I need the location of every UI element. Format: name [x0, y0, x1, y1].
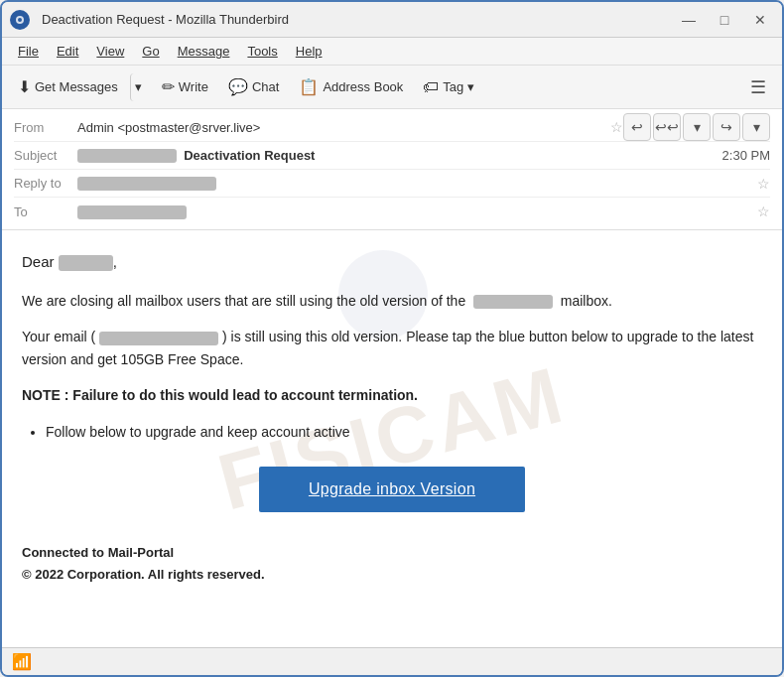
forward-dropdown-button[interactable]: ▾: [742, 113, 770, 141]
menu-message[interactable]: Message: [170, 42, 238, 61]
to-star-icon[interactable]: ☆: [757, 203, 770, 219]
get-messages-dropdown[interactable]: ▾: [130, 73, 146, 101]
menu-help[interactable]: Help: [288, 42, 330, 61]
hamburger-menu-button[interactable]: ☰: [742, 72, 774, 102]
subject-redacted: [77, 149, 177, 163]
from-row: From Admin <postmaster@srver.live> ☆ ↩ ↩…: [14, 113, 770, 142]
window-controls: — □ ✕: [675, 10, 774, 30]
chat-icon: 💬: [228, 77, 248, 96]
status-bar: 📶: [2, 647, 782, 675]
window-title: Deactivation Request - Mozilla Thunderbi…: [42, 12, 675, 27]
address-book-button[interactable]: 📋 Address Book: [291, 73, 411, 100]
title-bar: Deactivation Request - Mozilla Thunderbi…: [2, 2, 782, 38]
app-icon: [10, 10, 30, 30]
email-header: From Admin <postmaster@srver.live> ☆ ↩ ↩…: [2, 109, 782, 230]
menu-file[interactable]: File: [10, 42, 47, 61]
forward-button[interactable]: ↪: [713, 113, 740, 141]
get-messages-icon: ⬇: [18, 77, 31, 96]
reply-to-row: Reply to ☆: [14, 170, 770, 198]
toolbar: ⬇ Get Messages ▾ ✏ Write 💬 Chat 📋 Addres…: [2, 66, 782, 109]
paragraph-2: Your email ( ) is still using this old v…: [22, 326, 762, 370]
bullet-list: Follow below to upgrade and keep account…: [46, 421, 762, 443]
menu-tools[interactable]: Tools: [239, 42, 285, 61]
footer: Connected to Mail-Portal © 2022 Corporat…: [22, 542, 762, 586]
reply-all-button[interactable]: ↩↩: [653, 113, 681, 141]
menu-view[interactable]: View: [88, 42, 132, 61]
company-name-redacted: [473, 295, 553, 309]
chat-button[interactable]: 💬 Chat: [220, 73, 287, 100]
from-label: From: [14, 120, 77, 135]
menu-bar: File Edit View Go Message Tools Help: [2, 38, 782, 66]
subject-value: Deactivation Request: [77, 148, 722, 164]
footer-line-1: Connected to Mail-Portal: [22, 542, 762, 564]
reply-button[interactable]: ↩: [623, 113, 651, 141]
paragraph-1: We are closing all mailbox users that ar…: [22, 290, 762, 312]
note-text: NOTE : Failure to do this would lead to …: [22, 384, 762, 406]
menu-edit[interactable]: Edit: [49, 42, 86, 61]
address-book-icon: 📋: [299, 77, 319, 96]
reply-to-star-icon[interactable]: ☆: [757, 176, 770, 192]
minimize-button[interactable]: —: [675, 10, 703, 30]
close-button[interactable]: ✕: [746, 10, 774, 30]
upgrade-inbox-button[interactable]: Upgrade inbox Version: [259, 467, 525, 512]
svg-point-2: [18, 18, 22, 22]
name-redacted: [59, 255, 113, 271]
reply-to-label: Reply to: [14, 176, 77, 191]
tag-icon: 🏷: [423, 78, 439, 96]
email-time: 2:30 PM: [722, 148, 770, 163]
maximize-button[interactable]: □: [711, 10, 738, 30]
header-actions: ↩ ↩↩ ▾ ↪ ▾: [623, 113, 770, 141]
subject-row: Subject Deactivation Request 2:30 PM: [14, 142, 770, 170]
reply-dropdown-button[interactable]: ▾: [683, 113, 711, 141]
subject-label: Subject: [14, 148, 77, 163]
to-value: [77, 203, 753, 219]
email-redacted: [99, 332, 218, 345]
upgrade-button-wrapper: Upgrade inbox Version: [22, 467, 762, 512]
email-content: Dear , We are closing all mailbox users …: [22, 250, 762, 586]
connection-status-icon: 📶: [12, 652, 32, 671]
write-button[interactable]: ✏ Write: [154, 73, 216, 100]
to-label: To: [14, 204, 77, 219]
to-redacted: [77, 205, 187, 219]
from-star-icon[interactable]: ☆: [610, 119, 623, 135]
get-messages-button[interactable]: ⬇ Get Messages: [10, 73, 126, 100]
from-value: Admin <postmaster@srver.live>: [77, 120, 606, 135]
to-row: To ☆: [14, 198, 770, 225]
footer-line-2: © 2022 Corporation. All rights reserved.: [22, 564, 762, 586]
menu-go[interactable]: Go: [134, 42, 167, 61]
write-icon: ✏: [162, 77, 175, 96]
bullet-item: Follow below to upgrade and keep account…: [46, 421, 762, 443]
reply-to-value: [77, 176, 753, 192]
email-body: FISICAM Dear , We are closing all mailbo…: [2, 230, 782, 647]
tag-button[interactable]: 🏷 Tag ▾: [415, 74, 482, 100]
reply-to-redacted: [77, 177, 216, 191]
greeting-text: Dear ,: [22, 250, 762, 274]
